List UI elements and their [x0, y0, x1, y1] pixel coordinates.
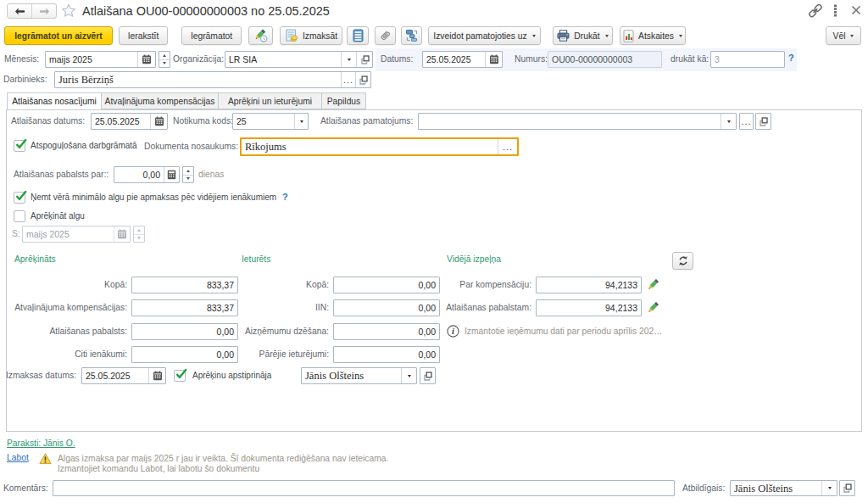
reason-select-button[interactable]: ...: [739, 113, 754, 130]
pay-button[interactable]: Izmaksāt: [280, 26, 342, 45]
organization-dropdown-button[interactable]: [341, 52, 356, 67]
nav-back-button[interactable]: [8, 4, 32, 18]
tab-additional[interactable]: Papildus: [322, 92, 366, 109]
organization-field[interactable]: LR SIA: [225, 51, 373, 68]
responsible-open-button[interactable]: [839, 480, 855, 496]
document-structure-button[interactable]: [401, 26, 422, 45]
approved-by-field[interactable]: Jānis Olšteins: [301, 367, 417, 384]
date-field[interactable]: 25.05.2025: [422, 51, 503, 68]
date-label: Datums:: [381, 51, 413, 68]
print-button[interactable]: Drukāt: [553, 26, 613, 45]
event-code-field[interactable]: 25: [232, 113, 309, 130]
calc-salary-checkbox[interactable]: [14, 210, 25, 222]
approved-by-value[interactable]: Jānis Olšteins: [302, 368, 401, 383]
spin-down-icon[interactable]: [159, 60, 170, 68]
calendar-icon: [153, 371, 163, 381]
employee-open-button[interactable]: [355, 72, 370, 87]
window-menu-icon[interactable]: [833, 4, 837, 17]
favorite-star-icon[interactable]: [61, 3, 76, 18]
get-link-icon[interactable]: [808, 3, 823, 18]
signatures-link[interactable]: Paraksti: Jānis O.: [7, 439, 75, 448]
benefit-spinner[interactable]: [182, 166, 194, 183]
event-code-dropdown-button[interactable]: [294, 114, 308, 129]
workbook-checkbox-label[interactable]: Atspoguļošana darbgrāmatā: [31, 141, 137, 150]
benefit-calc-button[interactable]: [164, 167, 179, 182]
employee-select-button[interactable]: ...: [341, 72, 355, 87]
create-based-on-button[interactable]: Izveidot pamatojoties uz: [428, 26, 541, 45]
payout-date-value[interactable]: 25.05.2025: [82, 368, 148, 383]
attachments-button[interactable]: [375, 26, 396, 45]
write-button[interactable]: Ierakstīt: [119, 26, 168, 45]
ellipsis-icon: ...: [342, 75, 355, 84]
average-benefit-value[interactable]: 94,2133: [537, 300, 641, 316]
responsible-value[interactable]: Jānis Olšteins: [731, 481, 821, 495]
spin-up-icon[interactable]: [183, 167, 193, 176]
organization-open-button[interactable]: [356, 52, 372, 67]
doc-name-field[interactable]: Rīkojums ...: [240, 137, 519, 156]
edit-link[interactable]: Labot: [7, 453, 29, 462]
date-value[interactable]: 25.05.2025: [423, 52, 485, 67]
nav-forward-button[interactable]: [32, 4, 56, 18]
dismissal-date-value[interactable]: 25.05.2025: [92, 114, 150, 129]
dismissal-date-field[interactable]: 25.05.2025: [91, 113, 168, 130]
month-calendar-button[interactable]: [137, 52, 155, 67]
employee-field[interactable]: Juris Bērziņš ...: [54, 71, 371, 88]
tab-calculations-withholdings[interactable]: Aprēķini un ieturējumi: [219, 92, 322, 109]
approved-by-open-button[interactable]: [420, 367, 436, 384]
min-wage-checkbox-label[interactable]: Ņemt vērā minimālo algu pie apmaksas pēc…: [31, 193, 276, 202]
reason-value[interactable]: [419, 114, 721, 129]
set-posting-time-button[interactable]: [248, 26, 273, 45]
edit-pencil-icon[interactable]: [646, 301, 659, 315]
comment-value[interactable]: [53, 481, 674, 495]
min-wage-help-link[interactable]: ?: [282, 192, 288, 202]
withheld-other-field[interactable]: 0,00: [333, 346, 440, 363]
event-code-value[interactable]: 25: [233, 114, 294, 129]
doc-name-select-button[interactable]: ...: [498, 139, 517, 154]
more-button[interactable]: Vēl: [826, 26, 861, 45]
edit-pencil-icon[interactable]: [646, 278, 659, 292]
tab-dismissal-conditions[interactable]: Atlaišanas nosacījumi: [7, 92, 102, 110]
reason-open-button[interactable]: [755, 113, 771, 130]
responsible-field[interactable]: Jānis Olšteins: [730, 480, 837, 496]
refresh-average-button[interactable]: [672, 252, 693, 270]
calc-salary-checkbox-label[interactable]: Aprēķināt algu: [31, 211, 85, 221]
employee-value[interactable]: Juris Bērziņš: [55, 72, 341, 87]
post-and-close-button[interactable]: Iegrāmatot un aizvērt: [4, 26, 113, 45]
reason-field[interactable]: [418, 113, 737, 130]
post-button[interactable]: Iegrāmatot: [181, 26, 242, 45]
organization-value[interactable]: LR SIA: [225, 52, 341, 67]
payout-date-field[interactable]: 25.05.2025: [81, 367, 166, 384]
date-calendar-button[interactable]: [485, 52, 502, 67]
min-wage-checkbox[interactable]: [14, 192, 25, 204]
reports-button[interactable]: Atskaites: [620, 26, 686, 45]
dismissal-date-calendar-button[interactable]: [150, 114, 167, 129]
responsible-dropdown-button[interactable]: [821, 481, 837, 495]
register-records-button[interactable]: [347, 26, 369, 45]
reason-dropdown-button[interactable]: [721, 114, 736, 129]
dropdown-arrow-icon: [605, 35, 609, 37]
approved-by-dropdown-button[interactable]: [401, 368, 416, 383]
average-compensation-value[interactable]: 94,2133: [537, 277, 641, 293]
average-benefit-field[interactable]: 94,2133: [536, 299, 642, 316]
print-as-field[interactable]: 3: [710, 51, 785, 68]
payout-date-calendar-button[interactable]: [148, 368, 165, 383]
info-icon[interactable]: i: [447, 325, 459, 338]
print-as-help-link[interactable]: ?: [788, 53, 794, 63]
month-field[interactable]: maijs 2025: [45, 51, 156, 68]
approved-checkbox-label[interactable]: Aprēķinu apstiprināja: [192, 371, 271, 380]
spin-down-icon[interactable]: [183, 176, 193, 183]
month-value[interactable]: maijs 2025: [46, 52, 137, 67]
approved-checkbox[interactable]: [174, 370, 186, 382]
spin-up-icon[interactable]: [159, 52, 170, 60]
withheld-other-value[interactable]: 0,00: [334, 347, 439, 362]
doc-name-value[interactable]: Rīkojums: [242, 139, 498, 154]
comment-field[interactable]: [53, 480, 675, 496]
benefit-field[interactable]: 0,00: [114, 166, 180, 183]
workbook-checkbox[interactable]: [14, 140, 25, 152]
tab-vacation-compensations[interactable]: Atvaļinājuma kompensācijas: [102, 92, 219, 109]
close-icon[interactable]: [851, 5, 861, 15]
average-compensation-field[interactable]: 94,2133: [536, 277, 642, 293]
month-spinner[interactable]: [159, 51, 170, 68]
benefit-value[interactable]: 0,00: [114, 167, 164, 182]
print-as-value[interactable]: 3: [711, 52, 784, 67]
